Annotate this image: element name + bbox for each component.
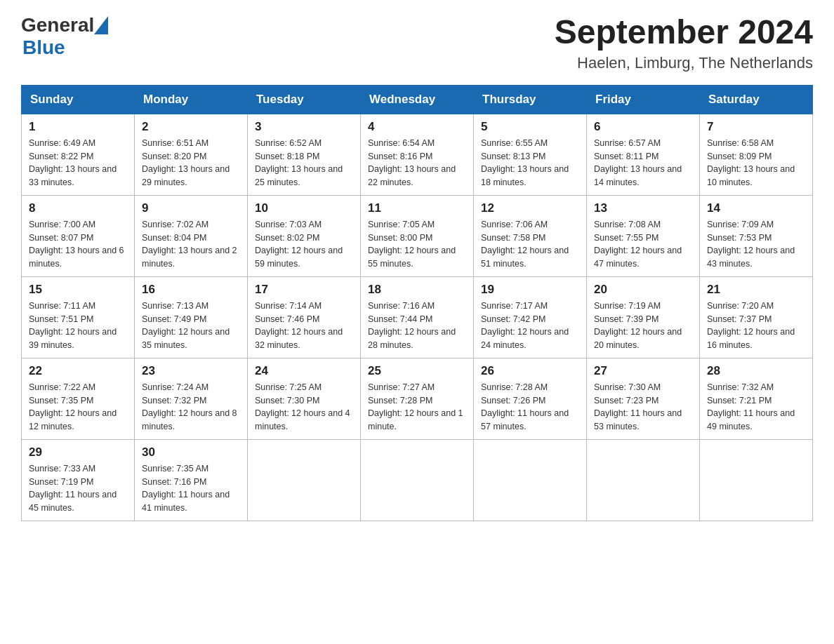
table-row: 8 Sunrise: 7:00 AMSunset: 8:07 PMDayligh… xyxy=(22,195,135,276)
day-number: 2 xyxy=(142,120,240,134)
day-info: Sunrise: 7:17 AMSunset: 7:42 PMDaylight:… xyxy=(481,301,569,350)
day-number: 5 xyxy=(481,120,579,134)
day-info: Sunrise: 7:16 AMSunset: 7:44 PMDaylight:… xyxy=(368,301,456,350)
col-saturday: Saturday xyxy=(700,85,813,114)
day-info: Sunrise: 6:58 AMSunset: 8:09 PMDaylight:… xyxy=(707,138,795,187)
col-monday: Monday xyxy=(135,85,248,114)
day-info: Sunrise: 7:24 AMSunset: 7:32 PMDaylight:… xyxy=(142,382,237,431)
day-info: Sunrise: 6:54 AMSunset: 8:16 PMDaylight:… xyxy=(368,138,456,187)
day-number: 19 xyxy=(481,283,579,297)
table-row: 28 Sunrise: 7:32 AMSunset: 7:21 PMDaylig… xyxy=(700,358,813,439)
day-number: 21 xyxy=(707,283,805,297)
table-row xyxy=(700,439,813,521)
logo-triangle-icon xyxy=(94,16,108,34)
col-friday: Friday xyxy=(587,85,700,114)
col-tuesday: Tuesday xyxy=(248,85,361,114)
day-number: 30 xyxy=(142,445,240,459)
table-row: 19 Sunrise: 7:17 AMSunset: 7:42 PMDaylig… xyxy=(474,276,587,358)
calendar-week-row: 1 Sunrise: 6:49 AMSunset: 8:22 PMDayligh… xyxy=(22,114,813,195)
title-section: September 2024 Haelen, Limburg, The Neth… xyxy=(555,14,813,72)
day-info: Sunrise: 7:00 AMSunset: 8:07 PMDaylight:… xyxy=(29,220,124,269)
day-number: 12 xyxy=(481,201,579,215)
day-number: 17 xyxy=(255,283,353,297)
day-number: 25 xyxy=(368,364,466,378)
day-number: 15 xyxy=(29,283,127,297)
table-row xyxy=(361,439,474,521)
day-info: Sunrise: 7:13 AMSunset: 7:49 PMDaylight:… xyxy=(142,301,230,350)
table-row: 30 Sunrise: 7:35 AMSunset: 7:16 PMDaylig… xyxy=(135,439,248,521)
table-row: 1 Sunrise: 6:49 AMSunset: 8:22 PMDayligh… xyxy=(22,114,135,195)
day-info: Sunrise: 6:49 AMSunset: 8:22 PMDaylight:… xyxy=(29,138,117,187)
table-row: 3 Sunrise: 6:52 AMSunset: 8:18 PMDayligh… xyxy=(248,114,361,195)
table-row: 26 Sunrise: 7:28 AMSunset: 7:26 PMDaylig… xyxy=(474,358,587,439)
day-number: 27 xyxy=(594,364,692,378)
day-info: Sunrise: 7:11 AMSunset: 7:51 PMDaylight:… xyxy=(29,301,117,350)
table-row: 27 Sunrise: 7:30 AMSunset: 7:23 PMDaylig… xyxy=(587,358,700,439)
day-info: Sunrise: 7:02 AMSunset: 8:04 PMDaylight:… xyxy=(142,220,237,269)
col-thursday: Thursday xyxy=(474,85,587,114)
table-row: 18 Sunrise: 7:16 AMSunset: 7:44 PMDaylig… xyxy=(361,276,474,358)
table-row: 2 Sunrise: 6:51 AMSunset: 8:20 PMDayligh… xyxy=(135,114,248,195)
day-number: 16 xyxy=(142,283,240,297)
day-info: Sunrise: 7:33 AMSunset: 7:19 PMDaylight:… xyxy=(29,464,117,513)
day-number: 3 xyxy=(255,120,353,134)
logo: General Blue xyxy=(21,14,108,59)
day-number: 18 xyxy=(368,283,466,297)
day-info: Sunrise: 6:55 AMSunset: 8:13 PMDaylight:… xyxy=(481,138,569,187)
table-row: 9 Sunrise: 7:02 AMSunset: 8:04 PMDayligh… xyxy=(135,195,248,276)
day-info: Sunrise: 6:51 AMSunset: 8:20 PMDaylight:… xyxy=(142,138,230,187)
day-info: Sunrise: 7:08 AMSunset: 7:55 PMDaylight:… xyxy=(594,220,682,269)
day-number: 26 xyxy=(481,364,579,378)
day-number: 10 xyxy=(255,201,353,215)
table-row: 10 Sunrise: 7:03 AMSunset: 8:02 PMDaylig… xyxy=(248,195,361,276)
calendar-week-row: 29 Sunrise: 7:33 AMSunset: 7:19 PMDaylig… xyxy=(22,439,813,521)
table-row: 24 Sunrise: 7:25 AMSunset: 7:30 PMDaylig… xyxy=(248,358,361,439)
day-info: Sunrise: 7:05 AMSunset: 8:00 PMDaylight:… xyxy=(368,220,456,269)
table-row xyxy=(248,439,361,521)
table-row xyxy=(587,439,700,521)
table-row: 29 Sunrise: 7:33 AMSunset: 7:19 PMDaylig… xyxy=(22,439,135,521)
day-info: Sunrise: 7:22 AMSunset: 7:35 PMDaylight:… xyxy=(29,382,117,431)
day-info: Sunrise: 7:20 AMSunset: 7:37 PMDaylight:… xyxy=(707,301,795,350)
table-row: 20 Sunrise: 7:19 AMSunset: 7:39 PMDaylig… xyxy=(587,276,700,358)
day-number: 24 xyxy=(255,364,353,378)
day-info: Sunrise: 7:35 AMSunset: 7:16 PMDaylight:… xyxy=(142,464,230,513)
table-row: 6 Sunrise: 6:57 AMSunset: 8:11 PMDayligh… xyxy=(587,114,700,195)
calendar-week-row: 22 Sunrise: 7:22 AMSunset: 7:35 PMDaylig… xyxy=(22,358,813,439)
day-info: Sunrise: 7:32 AMSunset: 7:21 PMDaylight:… xyxy=(707,382,795,431)
calendar-table: Sunday Monday Tuesday Wednesday Thursday… xyxy=(21,85,813,521)
day-number: 6 xyxy=(594,120,692,134)
table-row: 15 Sunrise: 7:11 AMSunset: 7:51 PMDaylig… xyxy=(22,276,135,358)
col-sunday: Sunday xyxy=(22,85,135,114)
day-number: 8 xyxy=(29,201,127,215)
day-number: 13 xyxy=(594,201,692,215)
day-number: 23 xyxy=(142,364,240,378)
day-info: Sunrise: 7:19 AMSunset: 7:39 PMDaylight:… xyxy=(594,301,682,350)
day-info: Sunrise: 7:03 AMSunset: 8:02 PMDaylight:… xyxy=(255,220,343,269)
logo-blue-text: Blue xyxy=(22,36,65,58)
day-info: Sunrise: 7:06 AMSunset: 7:58 PMDaylight:… xyxy=(481,220,569,269)
table-row: 12 Sunrise: 7:06 AMSunset: 7:58 PMDaylig… xyxy=(474,195,587,276)
day-info: Sunrise: 7:25 AMSunset: 7:30 PMDaylight:… xyxy=(255,382,350,431)
svg-marker-0 xyxy=(94,16,108,34)
calendar-header-row: Sunday Monday Tuesday Wednesday Thursday… xyxy=(22,85,813,114)
day-info: Sunrise: 7:28 AMSunset: 7:26 PMDaylight:… xyxy=(481,382,569,431)
day-number: 4 xyxy=(368,120,466,134)
table-row: 5 Sunrise: 6:55 AMSunset: 8:13 PMDayligh… xyxy=(474,114,587,195)
month-year-title: September 2024 xyxy=(555,14,813,51)
table-row: 16 Sunrise: 7:13 AMSunset: 7:49 PMDaylig… xyxy=(135,276,248,358)
day-number: 9 xyxy=(142,201,240,215)
day-info: Sunrise: 7:30 AMSunset: 7:23 PMDaylight:… xyxy=(594,382,682,431)
day-info: Sunrise: 7:09 AMSunset: 7:53 PMDaylight:… xyxy=(707,220,795,269)
day-info: Sunrise: 6:57 AMSunset: 8:11 PMDaylight:… xyxy=(594,138,682,187)
day-number: 28 xyxy=(707,364,805,378)
day-info: Sunrise: 6:52 AMSunset: 8:18 PMDaylight:… xyxy=(255,138,343,187)
table-row: 23 Sunrise: 7:24 AMSunset: 7:32 PMDaylig… xyxy=(135,358,248,439)
page-header: General Blue September 2024 Haelen, Limb… xyxy=(21,14,813,72)
col-wednesday: Wednesday xyxy=(361,85,474,114)
table-row: 7 Sunrise: 6:58 AMSunset: 8:09 PMDayligh… xyxy=(700,114,813,195)
day-number: 22 xyxy=(29,364,127,378)
location-subtitle: Haelen, Limburg, The Netherlands xyxy=(555,54,813,72)
table-row: 11 Sunrise: 7:05 AMSunset: 8:00 PMDaylig… xyxy=(361,195,474,276)
day-info: Sunrise: 7:27 AMSunset: 7:28 PMDaylight:… xyxy=(368,382,463,431)
